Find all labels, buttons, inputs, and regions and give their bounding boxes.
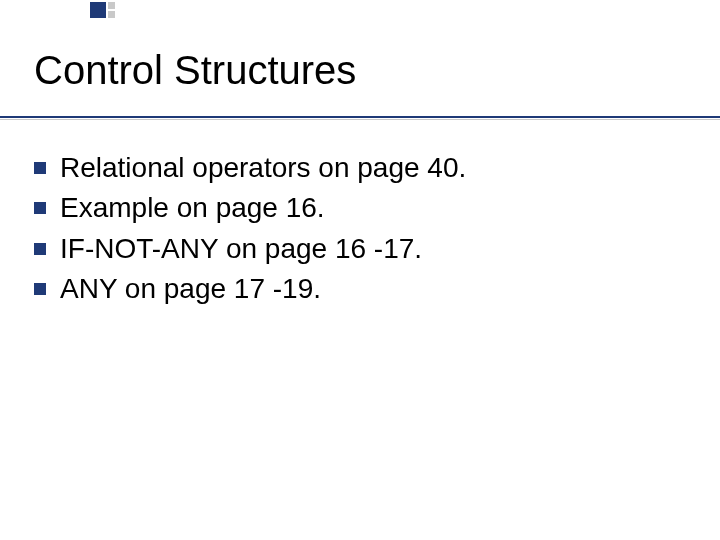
slide-title: Control Structures: [34, 48, 356, 93]
bullet-icon: [34, 202, 46, 214]
list-item: IF-NOT-ANY on page 16 -17.: [34, 231, 680, 267]
list-item: Relational operators on page 40.: [34, 150, 680, 186]
square-icon: [108, 11, 115, 18]
divider-light: [0, 119, 720, 120]
list-item-text: IF-NOT-ANY on page 16 -17.: [60, 231, 422, 267]
divider-dark: [0, 116, 720, 118]
list-item-text: ANY on page 17 -19.: [60, 271, 321, 307]
list-item-text: Example on page 16.: [60, 190, 325, 226]
slide: Control Structures Relational operators …: [0, 0, 720, 540]
bullet-icon: [34, 283, 46, 295]
corner-decoration: [0, 0, 140, 20]
bullet-icon: [34, 162, 46, 174]
list-item-text: Relational operators on page 40.: [60, 150, 466, 186]
list-item: Example on page 16.: [34, 190, 680, 226]
square-icon: [108, 2, 115, 9]
list-item: ANY on page 17 -19.: [34, 271, 680, 307]
bullet-icon: [34, 243, 46, 255]
square-icon: [90, 2, 106, 18]
slide-body: Relational operators on page 40. Example…: [34, 150, 680, 312]
